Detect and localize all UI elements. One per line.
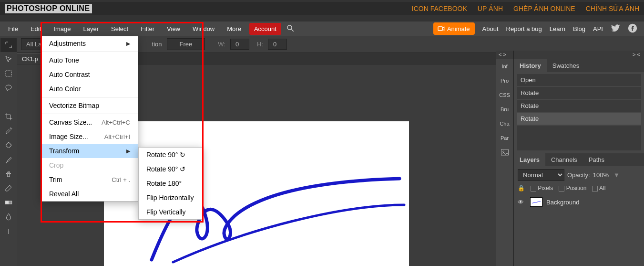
menu-image[interactable]: Image xyxy=(47,22,77,35)
tab-paths[interactable]: Paths xyxy=(583,153,610,166)
menu-auto-tone[interactable]: Auto Tone xyxy=(41,53,138,67)
menu-trim[interactable]: TrimCtrl + . xyxy=(41,172,138,187)
menu-rotate-180[interactable]: Rotate 180° xyxy=(139,176,202,191)
tool-move[interactable] xyxy=(0,52,17,66)
h-label: H: xyxy=(257,41,263,48)
panel-nav-right[interactable]: > < xyxy=(633,52,640,58)
opacity-value[interactable]: 100% xyxy=(593,171,609,179)
facebook-icon[interactable] xyxy=(628,23,637,34)
svg-rect-2 xyxy=(438,27,442,31)
tool-lasso[interactable] xyxy=(0,81,17,95)
history-item[interactable]: Open xyxy=(517,74,641,86)
link-api[interactable]: API xyxy=(593,25,603,32)
mini-css[interactable]: CSS xyxy=(496,88,513,102)
svg-rect-9 xyxy=(501,149,508,155)
menu-auto-color[interactable]: Auto Color xyxy=(41,82,138,96)
tool-crop[interactable] xyxy=(0,109,17,124)
brand-label: PHOTOSHOP ONLINE xyxy=(5,4,92,13)
menu-filter[interactable]: Filter xyxy=(134,22,161,35)
panel-nav-left[interactable]: < > xyxy=(499,52,506,58)
w-value[interactable]: 0 xyxy=(230,39,249,50)
lock-pixels-label: Pixels xyxy=(538,185,553,192)
animate-button[interactable]: Animate xyxy=(433,22,475,35)
tool-eyedropper[interactable] xyxy=(0,124,17,138)
svg-rect-6 xyxy=(6,142,12,149)
tool-gradient[interactable] xyxy=(0,195,17,210)
tool-clone[interactable] xyxy=(0,167,17,181)
history-item[interactable]: Rotate xyxy=(517,100,641,112)
link-icon-facebook[interactable]: ICON FACEBOOK xyxy=(412,5,467,12)
menu-account[interactable]: Account xyxy=(249,23,281,35)
lock-position-checkbox[interactable] xyxy=(559,186,564,192)
link-about[interactable]: About xyxy=(482,25,499,32)
image-menu-dropdown: Adjustments▶ Auto Tone Auto Contrast Aut… xyxy=(41,36,138,202)
history-empty xyxy=(517,126,641,150)
menu-flip-v[interactable]: Flip Vertically xyxy=(139,205,202,219)
blend-mode-select[interactable]: Normal xyxy=(518,169,564,181)
menu-canvas-size[interactable]: Canvas Size...Alt+Ctrl+C xyxy=(41,115,138,129)
link-learn[interactable]: Learn xyxy=(550,25,565,32)
menu-window[interactable]: Window xyxy=(186,22,221,35)
menu-layer[interactable]: Layer xyxy=(77,22,105,35)
tool-eraser[interactable] xyxy=(0,181,17,195)
position-partial: tion xyxy=(152,41,162,48)
mini-paragraph[interactable]: Par xyxy=(496,131,513,145)
menu-rotate-90-ccw[interactable]: Rotate 90° ↺ xyxy=(139,162,202,176)
menu-more[interactable]: More xyxy=(221,22,247,35)
document-tab[interactable]: CK1.p xyxy=(17,53,42,64)
mini-properties[interactable]: Pro xyxy=(496,74,513,88)
tab-history[interactable]: History xyxy=(514,59,547,72)
mini-info[interactable]: Inf xyxy=(496,59,513,74)
history-item[interactable]: Rotate xyxy=(517,113,641,125)
link-chinh-sua[interactable]: CHỈNH SỬA ẢNH xyxy=(586,5,639,12)
menu-view[interactable]: View xyxy=(161,22,186,35)
history-item[interactable]: Rotate xyxy=(517,87,641,99)
lock-pixels-checkbox[interactable] xyxy=(531,186,536,192)
menu-transform[interactable]: Transform▶ xyxy=(41,144,138,158)
opacity-dropdown-icon[interactable]: ▼ xyxy=(613,171,620,179)
link-up-anh[interactable]: UP ẢNH xyxy=(478,5,503,12)
visibility-icon[interactable]: 👁 xyxy=(518,199,526,206)
tab-layers[interactable]: Layers xyxy=(514,153,545,166)
tool-type[interactable] xyxy=(0,224,17,238)
twitter-icon[interactable] xyxy=(611,23,620,34)
menu-image-size[interactable]: Image Size...Alt+Ctrl+I xyxy=(41,129,138,144)
tool-blur[interactable] xyxy=(0,210,17,224)
menu-vectorize[interactable]: Vectorize Bitmap xyxy=(41,98,138,113)
layer-row[interactable]: 👁 Background xyxy=(514,195,644,209)
menu-flip-h[interactable]: Flip Horizontally xyxy=(139,191,202,205)
tool-healing[interactable] xyxy=(0,138,17,152)
menu-adjustments[interactable]: Adjustments▶ xyxy=(41,36,138,51)
free-select[interactable]: Free xyxy=(167,38,205,50)
svg-rect-8 xyxy=(5,201,9,204)
layer-thumbnail[interactable] xyxy=(530,197,542,207)
chevron-right-icon: ▶ xyxy=(126,148,130,154)
tab-channels[interactable]: Channels xyxy=(545,153,583,166)
mini-character[interactable]: Cha xyxy=(496,117,513,131)
svg-line-1 xyxy=(291,29,294,32)
svg-point-5 xyxy=(6,85,11,89)
lock-all-checkbox[interactable] xyxy=(592,186,598,192)
h-value[interactable]: 0 xyxy=(268,39,287,50)
link-blog[interactable]: Blog xyxy=(573,25,585,32)
tool-crop-expand[interactable] xyxy=(0,38,17,52)
menu-rotate-90-cw[interactable]: Rotate 90° ↻ xyxy=(139,148,202,162)
menu-select[interactable]: Select xyxy=(105,22,134,35)
tool-quick-select[interactable] xyxy=(0,95,17,109)
menu-edit[interactable]: Edit xyxy=(24,22,47,35)
mini-image-icon[interactable] xyxy=(496,145,513,160)
svg-point-0 xyxy=(287,25,292,30)
menu-auto-contrast[interactable]: Auto Contrast xyxy=(41,67,138,82)
menu-file[interactable]: File xyxy=(2,22,24,35)
tool-brush[interactable] xyxy=(0,152,17,167)
tool-marquee[interactable] xyxy=(0,66,17,81)
w-label: W: xyxy=(218,41,225,48)
lock-position-label: Position xyxy=(566,185,587,192)
menu-reveal-all[interactable]: Reveal All xyxy=(41,187,138,201)
link-ghep-anh[interactable]: GHÉP ẢNH ONLINE xyxy=(513,5,575,12)
link-report[interactable]: Report a bug xyxy=(506,25,542,32)
lock-icon[interactable]: 🔒 xyxy=(518,185,525,192)
search-icon[interactable] xyxy=(286,24,295,34)
tab-swatches[interactable]: Swatches xyxy=(547,59,585,72)
mini-brush[interactable]: Bru xyxy=(496,102,513,117)
